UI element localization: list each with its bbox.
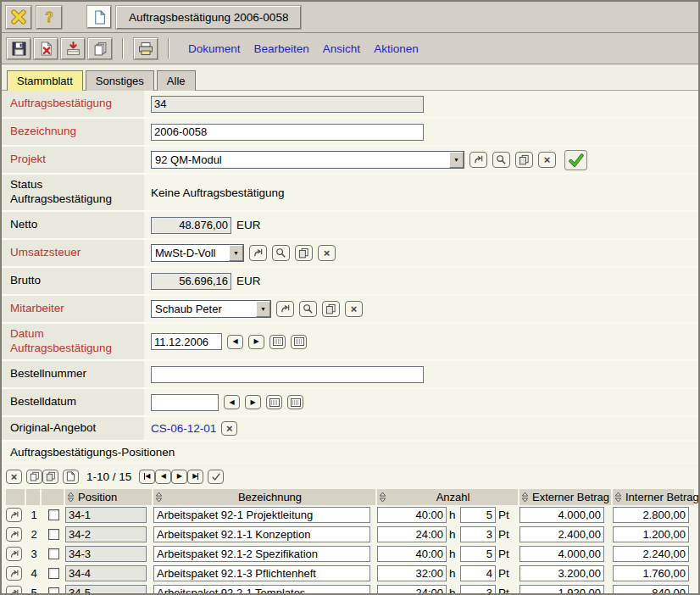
umsatzsteuer-select[interactable]: MwSt-D-Voll ▼ <box>151 244 244 262</box>
bestelldatum-calendar-alt-button[interactable] <box>287 395 303 409</box>
externer-betrag-input[interactable] <box>519 546 604 562</box>
anzahl-input[interactable] <box>377 585 447 595</box>
anzahl-input[interactable] <box>377 546 447 562</box>
row-open-button[interactable] <box>6 508 22 522</box>
datum-prev-day-button[interactable]: ◀ <box>227 335 243 349</box>
projekt-search-button[interactable] <box>492 152 510 168</box>
positions-copy-button[interactable] <box>26 470 42 484</box>
interner-betrag-input[interactable] <box>613 585 689 595</box>
projekt-select[interactable]: 92 QM-Modul ▼ <box>151 151 464 169</box>
punkte-input[interactable] <box>460 546 496 562</box>
punkte-input[interactable] <box>460 585 496 595</box>
position-input[interactable] <box>65 526 147 542</box>
row-checkbox[interactable] <box>48 587 59 595</box>
row-checkbox[interactable] <box>48 568 59 579</box>
row-checkbox[interactable] <box>48 529 59 540</box>
externer-betrag-input[interactable] <box>519 526 604 542</box>
brutto-input[interactable] <box>151 273 231 290</box>
row-checkbox[interactable] <box>48 548 59 559</box>
externer-betrag-input[interactable] <box>519 565 604 581</box>
bezeichnung-input[interactable] <box>153 546 370 562</box>
positions-new-button[interactable] <box>63 470 79 484</box>
row-open-button[interactable] <box>6 547 22 561</box>
positions-prev-page-button[interactable]: ◀ <box>155 470 171 484</box>
menu-bearbeiten[interactable]: Bearbeiten <box>254 42 309 55</box>
menu-aktionen[interactable]: Aktionen <box>374 42 419 55</box>
datum-calendar-alt-button[interactable] <box>291 335 307 349</box>
umsatzsteuer-copy-button[interactable] <box>295 245 313 261</box>
position-input[interactable] <box>65 585 147 595</box>
position-input[interactable] <box>65 565 147 581</box>
positions-next-page-button[interactable]: ▶ <box>171 470 187 484</box>
bestelldatum-input[interactable] <box>151 394 219 411</box>
anzahl-input[interactable] <box>377 507 447 523</box>
externer-betrag-input[interactable] <box>519 507 604 523</box>
positions-apply-button[interactable] <box>208 470 224 484</box>
row-open-button[interactable] <box>6 566 22 581</box>
bezeichnung-input[interactable] <box>153 585 370 595</box>
sort-icon[interactable] <box>67 492 75 503</box>
projekt-open-button[interactable] <box>469 152 487 168</box>
umsatzsteuer-open-button[interactable] <box>249 245 267 261</box>
auftragsbestaetigung-input[interactable] <box>151 96 424 113</box>
row-open-button[interactable] <box>6 527 22 542</box>
bestellnummer-input[interactable] <box>151 366 424 383</box>
bestelldatum-next-day-button[interactable]: ▶ <box>245 395 261 409</box>
positions-copy-special-button[interactable] <box>42 470 58 484</box>
punkte-input[interactable] <box>460 565 496 581</box>
bestelldatum-prev-day-button[interactable]: ◀ <box>224 395 240 409</box>
anzahl-input[interactable] <box>377 565 447 581</box>
projekt-confirm-button[interactable] <box>564 150 587 170</box>
help-button[interactable]: ? <box>36 6 62 29</box>
delete-button[interactable] <box>34 38 58 59</box>
tab-alle[interactable]: Alle <box>157 70 196 91</box>
sort-icon[interactable] <box>614 492 622 503</box>
projekt-copy-button[interactable] <box>515 152 533 168</box>
bestelldatum-calendar-button[interactable] <box>266 395 282 409</box>
positions-first-page-button[interactable]: ◀ <box>139 470 155 484</box>
umsatzsteuer-clear-button[interactable]: × <box>318 245 336 261</box>
datum-input[interactable] <box>151 333 222 350</box>
position-input[interactable] <box>65 507 147 523</box>
sort-icon[interactable] <box>379 492 386 503</box>
mitarbeiter-search-button[interactable] <box>299 301 317 317</box>
punkte-input[interactable] <box>460 507 496 523</box>
row-checkbox[interactable] <box>48 509 59 520</box>
save-button[interactable] <box>7 38 31 59</box>
sort-icon[interactable] <box>155 492 163 503</box>
mitarbeiter-open-button[interactable] <box>276 301 294 317</box>
menu-dokument[interactable]: Dokument <box>188 42 241 55</box>
externer-betrag-input[interactable] <box>519 585 604 595</box>
position-input[interactable] <box>65 546 147 562</box>
datum-calendar-button[interactable] <box>269 335 286 349</box>
sort-icon[interactable] <box>521 492 529 503</box>
close-button[interactable] <box>6 6 31 29</box>
bezeichnung-input[interactable] <box>151 124 424 141</box>
positions-delete-button[interactable]: × <box>6 470 22 484</box>
mitarbeiter-clear-button[interactable]: × <box>345 301 363 317</box>
bezeichnung-input[interactable] <box>153 565 370 581</box>
positions-last-page-button[interactable]: ▶ <box>187 470 203 484</box>
interner-betrag-input[interactable] <box>613 565 689 581</box>
original-angebot-clear-button[interactable]: × <box>221 421 237 436</box>
interner-betrag-input[interactable] <box>613 526 689 542</box>
bezeichnung-input[interactable] <box>153 507 370 523</box>
original-angebot-link[interactable]: CS-06-12-01 <box>151 422 216 435</box>
mitarbeiter-copy-button[interactable] <box>322 301 340 317</box>
interner-betrag-input[interactable] <box>613 507 689 523</box>
netto-input[interactable] <box>151 217 231 234</box>
punkte-input[interactable] <box>460 526 496 542</box>
copy-button[interactable] <box>88 38 112 59</box>
menu-ansicht[interactable]: Ansicht <box>323 42 360 55</box>
tab-sonstiges[interactable]: Sonstiges <box>86 70 154 91</box>
tab-stammblatt[interactable]: Stammblatt <box>7 70 83 91</box>
import-button[interactable] <box>61 38 85 59</box>
umsatzsteuer-search-button[interactable] <box>272 245 290 261</box>
projekt-clear-button[interactable]: × <box>538 152 556 168</box>
anzahl-input[interactable] <box>377 526 447 542</box>
mitarbeiter-select[interactable]: Schaub Peter ▼ <box>151 300 271 318</box>
row-open-button[interactable] <box>6 586 22 595</box>
print-button[interactable] <box>134 38 158 59</box>
interner-betrag-input[interactable] <box>613 546 689 562</box>
datum-next-day-button[interactable]: ▶ <box>248 335 264 349</box>
